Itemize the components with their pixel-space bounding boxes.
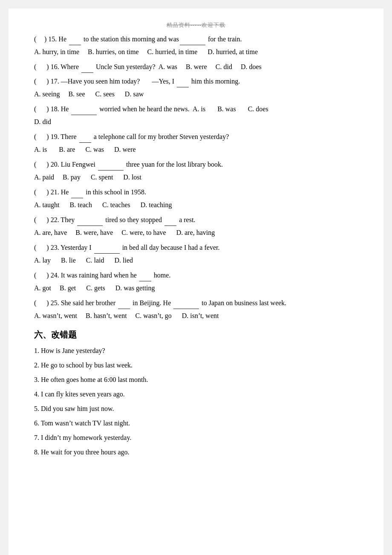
q17-blank1 [177, 75, 189, 87]
q17-line: ( ) 17. —Have you seen him today? —Yes, … [34, 75, 358, 87]
page: 精品资料-----欢迎下载 ( ) 15. He to the station … [9, 9, 383, 555]
question-16: ( ) 16. Where Uncle Sun yesterday? A. wa… [34, 61, 358, 73]
question-15: ( ) 15. He to the station this morning a… [34, 33, 358, 58]
q20-text: ( ) 20. Liu Fengwei three yuan for the l… [34, 159, 223, 171]
question-20: ( ) 20. Liu Fengwei three yuan for the l… [34, 159, 358, 184]
q24-text: ( ) 24. It was raining hard when he home… [34, 269, 170, 281]
q19-line: ( ) 19. There a telephone call for my br… [34, 131, 358, 143]
q23-blank1 [94, 242, 120, 254]
q15-options: A. hurry, in time B. hurries, on time C.… [34, 46, 358, 58]
question-25: ( ) 25. She said her brother in Beijing.… [34, 297, 358, 322]
q24-line: ( ) 24. It was raining hard when he home… [34, 269, 358, 281]
q15-line: ( ) 15. He to the station this morning a… [34, 33, 358, 45]
correction-2: 2. He go to school by bus last week. [34, 358, 358, 372]
correction-5: 5. Did you saw him just now. [34, 402, 358, 416]
q18-options-d: D. did [34, 116, 358, 128]
q15-blank2 [180, 33, 205, 45]
correction-1: 1. How is Jane yesterday? [34, 344, 358, 358]
question-21: ( ) 21. He in this school in 1958. A. ta… [34, 186, 358, 211]
question-24: ( ) 24. It was raining hard when he home… [34, 269, 358, 295]
q17-options: A. seeing B. see C. sees D. saw [34, 88, 358, 101]
q21-blank1 [71, 186, 83, 198]
q21-text: ( ) 21. He in this school in 1958. [34, 186, 146, 198]
q18-blank1 [71, 103, 97, 115]
q20-line: ( ) 20. Liu Fengwei three yuan for the l… [34, 159, 358, 171]
q18-text: ( ) 18. He worried when he heard the new… [34, 103, 268, 115]
q22-blank1 [77, 214, 103, 226]
q22-text: ( ) 22. They tired so they stopped a res… [34, 214, 195, 226]
q25-options: A. wasn’t, went B. hasn’t, went C. wasn’… [34, 310, 358, 322]
q25-line: ( ) 25. She said her brother in Beijing.… [34, 297, 358, 309]
q20-options: A. paid B. pay C. spent D. lost [34, 171, 358, 184]
q22-options: A. are, have B. were, have C. were, to h… [34, 227, 358, 239]
q17-text: ( ) 17. —Have you seen him today? —Yes, … [34, 75, 240, 87]
q24-options: A. got B. get C. gets D. was getting [34, 282, 358, 295]
q15-text: ) 15. He to the station this morning and… [43, 33, 242, 45]
q25-text: ( ) 25. She said her brother in Beijing.… [34, 297, 286, 309]
q19-text: ( ) 19. There a telephone call for my br… [34, 131, 229, 143]
question-22: ( ) 22. They tired so they stopped a res… [34, 214, 358, 239]
q18-line: ( ) 18. He worried when he heard the new… [34, 103, 358, 115]
question-23: ( ) 23. Yesterday I in bed all day becau… [34, 242, 358, 267]
q25-blank1 [118, 297, 130, 309]
q16-blank1 [81, 61, 93, 73]
question-18: ( ) 18. He worried when he heard the new… [34, 103, 358, 128]
q23-line: ( ) 23. Yesterday I in bed all day becau… [34, 242, 358, 254]
q22-line: ( ) 22. They tired so they stopped a res… [34, 214, 358, 226]
q15-blank1 [69, 33, 81, 45]
q16-line: ( ) 16. Where Uncle Sun yesterday? A. wa… [34, 61, 358, 73]
correction-7: 7. I didn’t my homework yesterday. [34, 431, 358, 445]
correction-4: 4. I can fly kites seven years ago. [34, 387, 358, 401]
q22-blank2 [164, 214, 176, 226]
question-17: ( ) 17. —Have you seen him today? —Yes, … [34, 75, 358, 101]
q25-blank2 [173, 297, 199, 309]
section6-title: 六、改错题 [34, 329, 358, 341]
q19-blank1 [79, 131, 91, 143]
q21-options: A. taught B. teach C. teaches D. teachin… [34, 199, 358, 211]
q19-options: A. is B. are C. was D. were [34, 144, 358, 156]
q16-text: ( ) 16. Where Uncle Sun yesterday? A. wa… [34, 61, 262, 73]
q20-blank1 [98, 159, 124, 171]
correction-3: 3. He often goes home at 6:00 last month… [34, 373, 358, 387]
correction-6: 6. Tom wasn’t watch TV last night. [34, 416, 358, 430]
watermark: 精品资料-----欢迎下载 [34, 21, 358, 29]
q21-line: ( ) 21. He in this school in 1958. [34, 186, 358, 198]
q15-paren: ( [34, 33, 42, 45]
q24-blank1 [139, 269, 151, 281]
correction-8: 8. He wait for you three hours ago. [34, 445, 358, 459]
q23-options: A. lay B. lie C. laid D. lied [34, 254, 358, 267]
q23-text: ( ) 23. Yesterday I in bed all day becau… [34, 242, 219, 254]
question-19: ( ) 19. There a telephone call for my br… [34, 131, 358, 156]
